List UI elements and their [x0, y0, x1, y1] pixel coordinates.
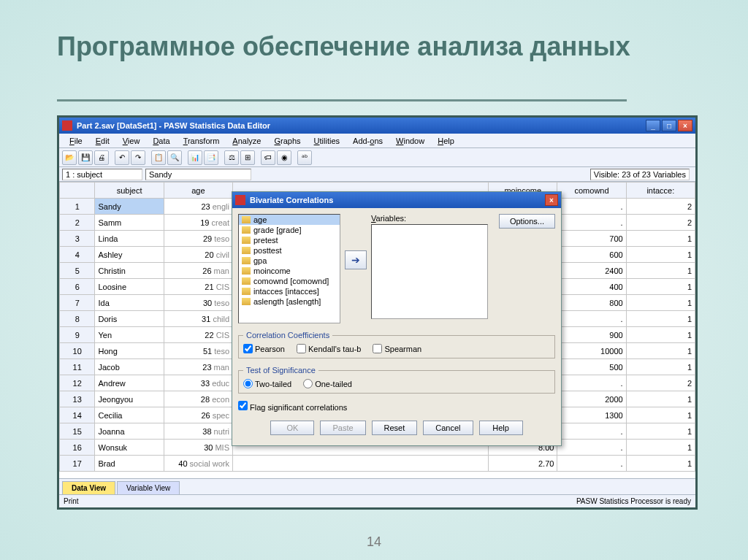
cell-subject[interactable]: Hong — [95, 343, 164, 359]
one-tailed-radio[interactable]: One-tailed — [303, 379, 352, 388]
cell-comownd[interactable]: 800 — [557, 295, 626, 311]
cell-moincome[interactable]: 2.70 — [489, 456, 557, 472]
cell-intacce[interactable]: 1 — [626, 295, 695, 311]
toolbar-spell-icon[interactable]: ᵃᵇ — [297, 150, 312, 165]
tab-variable-view[interactable]: Variable View — [117, 481, 180, 494]
row-number[interactable]: 10 — [60, 343, 95, 359]
cell-age[interactable]: 38 nutri — [164, 423, 232, 440]
cell-age[interactable]: 23 engli — [164, 199, 232, 215]
cell-intacce[interactable]: 1 — [626, 247, 695, 263]
toolbar-find-icon[interactable]: 🔍 — [167, 150, 182, 165]
col-header[interactable]: comownd — [557, 183, 626, 199]
row-number[interactable]: 11 — [60, 359, 95, 375]
col-header[interactable]: age — [164, 183, 232, 199]
cell-intacce[interactable]: 1 — [626, 311, 695, 327]
cell-comownd[interactable]: 500 — [557, 359, 626, 375]
row-number[interactable]: 17 — [60, 456, 95, 472]
cell-comownd[interactable]: 400 — [557, 279, 626, 295]
cell-comownd[interactable]: . — [557, 423, 626, 440]
cell-comownd[interactable]: . — [557, 199, 626, 215]
variable-item[interactable]: posttest — [239, 245, 340, 256]
cell-hidden[interactable] — [233, 456, 489, 472]
menu-help[interactable]: Help — [432, 135, 460, 147]
kendall-checkbox[interactable]: Kendall's tau-b — [297, 344, 361, 353]
cell-intacce[interactable]: 1 — [626, 407, 695, 423]
cell-age[interactable]: 26 man — [164, 263, 232, 279]
reset-button[interactable]: Reset — [372, 421, 418, 435]
cell-age[interactable]: 23 man — [164, 359, 232, 375]
cell-intacce[interactable]: 1 — [626, 456, 695, 472]
variable-item[interactable]: moincome — [239, 266, 340, 276]
row-number[interactable]: 13 — [60, 391, 95, 407]
help-button[interactable]: Help — [479, 421, 523, 435]
cell-intacce[interactable]: 1 — [626, 231, 695, 247]
cell-intacce[interactable]: 2 — [626, 199, 695, 215]
cell-age[interactable]: 26 spec — [164, 407, 232, 423]
col-header[interactable]: subject — [95, 183, 164, 199]
pearson-checkbox[interactable]: Pearson — [243, 344, 285, 353]
tab-data-view[interactable]: Data View — [62, 481, 115, 494]
cell-age[interactable]: 40 social work — [164, 456, 232, 472]
cell-intacce[interactable]: 1 — [626, 343, 695, 359]
cell-comownd[interactable]: 900 — [557, 327, 626, 343]
cell-subject[interactable]: Yen — [95, 327, 164, 343]
cell-comownd[interactable]: 2000 — [557, 391, 626, 407]
minimize-button[interactable]: _ — [646, 120, 660, 131]
cell-age[interactable]: 30 teso — [164, 295, 232, 311]
spearman-checkbox[interactable]: Spearman — [373, 344, 421, 353]
source-variable-list[interactable]: agegrade [grade]pretestposttestgpamoinco… — [238, 214, 340, 323]
col-header[interactable]: intacce: — [626, 183, 695, 199]
cell-intacce[interactable]: 1 — [626, 263, 695, 279]
cell-subject[interactable]: Joanna — [95, 423, 164, 440]
toolbar-labels-icon[interactable]: 🏷 — [261, 150, 275, 165]
variable-item[interactable]: comownd [comownd] — [239, 276, 340, 286]
cell-age[interactable]: 22 CIS — [164, 327, 232, 343]
data-grid[interactable]: subjectagemoincomecomowndintacce: 1Sandy… — [59, 182, 695, 478]
variable-item[interactable]: grade [grade] — [239, 225, 340, 235]
cell-comownd[interactable]: 2400 — [557, 263, 626, 279]
cell-subject[interactable]: Ashley — [95, 247, 164, 263]
cell-value[interactable]: Sandy — [145, 169, 251, 180]
row-number[interactable]: 4 — [60, 247, 95, 263]
menu-transform[interactable]: Transform — [178, 135, 226, 147]
row-number[interactable]: 9 — [60, 327, 95, 343]
flag-checkbox[interactable]: Flag significant correlations — [238, 401, 347, 412]
toolbar-goto-icon[interactable]: 📋 — [151, 150, 166, 165]
maximize-button[interactable]: □ — [662, 120, 676, 131]
cell-subject[interactable]: Doris — [95, 311, 164, 327]
cell-intacce[interactable]: 1 — [626, 279, 695, 295]
row-number[interactable]: 1 — [60, 199, 95, 215]
cell-comownd[interactable]: 700 — [557, 231, 626, 247]
cell-comownd[interactable]: 1300 — [557, 407, 626, 423]
menu-utilities[interactable]: Utilities — [308, 135, 346, 147]
cell-age[interactable]: 21 CIS — [164, 279, 232, 295]
cell-intacce[interactable]: 1 — [626, 359, 695, 375]
cell-intacce[interactable]: 1 — [626, 391, 695, 407]
dialog-close-button[interactable]: × — [545, 194, 558, 206]
variable-item[interactable]: aslength [aslength] — [239, 296, 340, 307]
toolbar-undo-icon[interactable]: ↶ — [115, 150, 129, 165]
cell-subject[interactable]: Cecilia — [95, 407, 164, 423]
toolbar-vars-icon[interactable]: 📑 — [204, 150, 218, 165]
cell-age[interactable]: 20 civil — [164, 247, 232, 263]
cell-subject[interactable]: Samm — [95, 215, 164, 231]
variable-item[interactable]: gpa — [239, 256, 340, 266]
cell-age[interactable]: 19 creat — [164, 215, 232, 231]
move-right-button[interactable]: ➔ — [345, 250, 367, 269]
cell-age[interactable]: 29 teso — [164, 231, 232, 247]
row-number[interactable]: 7 — [60, 295, 95, 311]
cell-intacce[interactable]: 1 — [626, 440, 695, 456]
cell-age[interactable]: 31 child — [164, 311, 232, 327]
cell-intacce[interactable]: 2 — [626, 375, 695, 391]
row-number[interactable]: 8 — [60, 311, 95, 327]
toolbar-redo-icon[interactable]: ↷ — [131, 150, 145, 165]
cell-comownd[interactable]: 10000 — [557, 343, 626, 359]
variable-item[interactable]: age — [239, 215, 340, 225]
cell-age[interactable]: 30 MIS — [164, 440, 232, 456]
two-tailed-radio[interactable]: Two-tailed — [243, 379, 291, 388]
close-button[interactable]: × — [678, 120, 692, 131]
cell-age[interactable]: 51 teso — [164, 343, 232, 359]
cell-comownd[interactable]: . — [557, 311, 626, 327]
cell-subject[interactable]: Loosine — [95, 279, 164, 295]
cell-subject[interactable]: Christin — [95, 263, 164, 279]
